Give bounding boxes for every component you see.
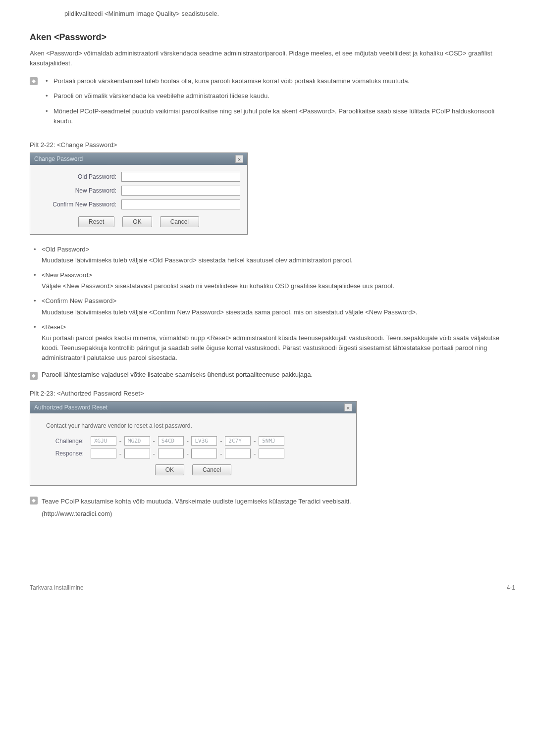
figure-caption-2: Pilt 2-23: <Authorized Password Reset> [30,390,515,397]
footer-left: Tarkvara installimine [30,584,84,591]
note-icon [30,77,38,85]
ok-button[interactable]: OK [122,216,152,227]
def-term: <Old Password> [42,245,515,254]
separator: - [219,450,223,457]
inline-note-block: Parooli lähtestamise vajadusel võtke lis… [30,371,515,380]
response-input[interactable] [259,449,284,458]
dialog-title-text: Authorized Password Reset [34,404,107,411]
figure-caption-1: Pilt 2-22: <Change Password> [30,141,515,149]
inline-note-text: Parooli lähtestamise vajadusel võtke lis… [42,371,515,380]
challenge-seg: 5NMJ [259,436,284,446]
definition-list: <Old Password> Muudatuse läbiviimiseks t… [30,245,515,363]
change-password-dialog: Change Password × Old Password: New Pass… [30,152,248,235]
def-desc: Muudatuse läbiviimiseks tuleb väljale <C… [42,307,515,317]
new-password-input[interactable] [121,186,240,196]
def-desc: Muudatuse läbiviimiseks tuleb väljale <O… [42,255,515,265]
final-note-line1: Teave PCoIP kasutamise kohta võib muutud… [42,496,351,508]
challenge-label: Challenge: [46,438,91,445]
separator: - [219,437,223,445]
def-desc: Kui portaali parool peaks kaotsi minema,… [42,333,515,363]
list-item: <Old Password> Muudatuse läbiviimiseks t… [30,245,515,265]
challenge-seg: LV3G [191,436,217,446]
old-password-input[interactable] [121,172,240,182]
challenge-segments: XGJU- MGZD- S4CD- LV3G- 2C7Y- 5NMJ [91,436,284,446]
challenge-seg: 2C7Y [225,436,251,446]
note-bullet-list: Portaali parooli värskendamisel tuleb ho… [42,76,515,126]
note-block: Portaali parooli värskendamisel tuleb ho… [30,76,515,131]
def-term: <Confirm New Password> [42,296,515,306]
separator: - [253,437,257,445]
confirm-password-label: Confirm New Password: [37,201,121,208]
final-note-line2: (http://www.teradici.com) [42,508,351,520]
footer-right: 4-1 [507,584,515,591]
list-item: <New Password> Väljale <New Password> si… [30,270,515,291]
authorized-reset-dialog: Authorized Password Reset × Contact your… [30,401,357,486]
list-item: Mõnedel PCoIP-seadmetel puudub vaikimisi… [42,106,515,126]
note-icon [30,497,38,504]
page-footer: Tarkvara installimine 4-1 [30,580,515,591]
def-term: <Reset> [42,322,515,332]
new-password-label: New Password: [37,187,121,194]
response-label: Response: [46,450,91,457]
intro-paragraph: Aken <Password> võimaldab administraator… [30,49,515,68]
challenge-seg: XGJU [91,436,116,446]
response-input[interactable] [191,449,217,458]
separator: - [152,437,156,445]
response-input[interactable] [158,449,184,458]
list-item: Parooli on võimalik värskendada ka veebi… [42,91,515,101]
page-heading: Aken <Password> [30,32,515,43]
separator: - [253,450,257,457]
dialog-title-text: Change Password [34,155,83,162]
separator: - [118,450,122,457]
separator: - [118,437,122,445]
close-icon[interactable]: × [344,403,352,411]
list-item: <Reset> Kui portaali parool peaks kaotsi… [30,322,515,363]
list-item: <Confirm New Password> Muudatuse läbivii… [30,296,515,317]
final-note: Teave PCoIP kasutamise kohta võib muutud… [30,496,515,520]
contact-text: Contact your hardware vendor to reset a … [37,420,349,436]
reset-button[interactable]: Reset [78,216,114,227]
response-input[interactable] [225,449,251,458]
top-note: pildikvaliteedi <Minimum Image Quality> … [64,10,515,17]
dialog-titlebar: Change Password × [30,153,247,165]
cancel-button[interactable]: Cancel [160,216,199,227]
response-input[interactable] [124,449,150,458]
ok-button[interactable]: OK [155,464,184,475]
note-icon [30,372,38,380]
def-term: <New Password> [42,270,515,280]
challenge-seg: MGZD [124,436,150,446]
cancel-button[interactable]: Cancel [192,464,231,475]
list-item: Portaali parooli värskendamisel tuleb ho… [42,76,515,86]
old-password-label: Old Password: [37,173,121,180]
separator: - [186,437,190,445]
challenge-seg: S4CD [158,436,184,446]
dialog-titlebar: Authorized Password Reset × [30,402,356,413]
separator: - [152,450,156,457]
confirm-password-input[interactable] [121,200,240,209]
response-input[interactable] [91,449,116,458]
separator: - [186,450,190,457]
close-icon[interactable]: × [235,155,243,163]
def-desc: Väljale <New Password> sisestatavast par… [42,281,515,291]
